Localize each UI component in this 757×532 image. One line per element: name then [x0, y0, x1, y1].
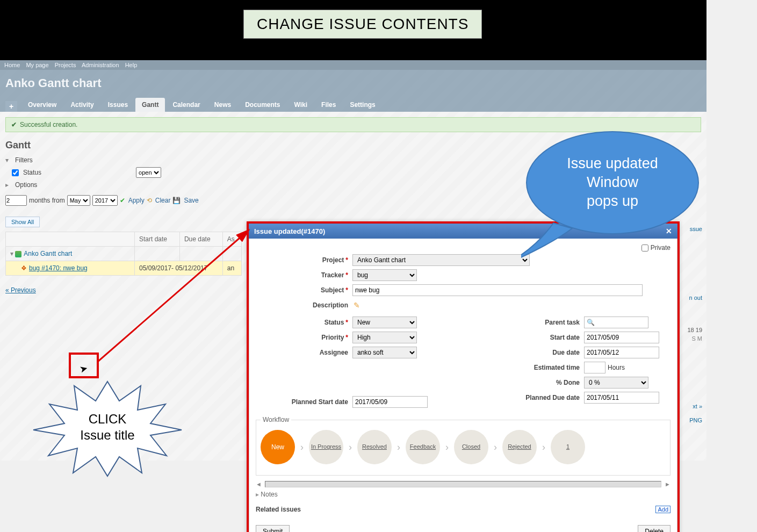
- workflow-step-new[interactable]: New: [261, 430, 295, 464]
- apply-link[interactable]: Apply: [128, 197, 145, 204]
- label-due: Due date: [552, 349, 580, 356]
- show-all-button[interactable]: Show All: [5, 217, 40, 227]
- label-priority: Priority: [321, 334, 344, 341]
- subject-input[interactable]: [352, 284, 643, 296]
- private-checkbox[interactable]: [641, 245, 648, 251]
- peek-png[interactable]: PNG: [689, 414, 702, 427]
- month-select[interactable]: May: [67, 195, 90, 206]
- tab-activity[interactable]: Activity: [64, 98, 100, 112]
- label-parent: Parent task: [545, 319, 580, 326]
- months-input[interactable]: [5, 195, 27, 206]
- col-assignee: As: [222, 232, 241, 247]
- workflow-step-inprogress[interactable]: In Progress: [309, 430, 343, 464]
- peek-zoom[interactable]: n out: [689, 291, 702, 304]
- tab-files[interactable]: Files: [315, 98, 342, 112]
- tab-overview[interactable]: Overview: [21, 98, 63, 112]
- scroll-track[interactable]: [265, 481, 661, 487]
- page-title: Gantt: [5, 140, 701, 151]
- done-select[interactable]: 0 %: [584, 377, 648, 389]
- expand-icon[interactable]: ▸: [5, 181, 9, 189]
- tab-issues[interactable]: Issues: [102, 98, 134, 112]
- workflow-legend: Workflow: [261, 416, 291, 423]
- year-select[interactable]: 2017: [92, 195, 118, 206]
- estimated-time-input[interactable]: [584, 362, 605, 373]
- planned-due-input[interactable]: [584, 392, 659, 404]
- nav-mypage[interactable]: My page: [26, 62, 48, 68]
- prev-link[interactable]: « Previous: [5, 286, 36, 294]
- label-project: Project: [322, 256, 344, 264]
- issue-dates: 05/09/2017- 05/12/2017: [135, 261, 223, 276]
- project-select[interactable]: Anko Gantt chart: [352, 254, 530, 266]
- notes-label[interactable]: Notes: [261, 491, 277, 498]
- project-icon: [15, 251, 21, 257]
- flash-text: Successful creation.: [20, 121, 77, 128]
- issue-assignee: an: [222, 261, 241, 276]
- tab-news[interactable]: News: [208, 98, 237, 112]
- clear-icon: ⟲: [147, 197, 152, 204]
- project-title: Anko Gantt chart: [5, 76, 701, 90]
- issue-title-link[interactable]: bug #1470: nwe bug: [29, 264, 88, 272]
- issue-row[interactable]: ❖bug #1470: nwe bug 05/09/2017- 05/12/20…: [6, 261, 242, 276]
- label-assignee: Assignee: [320, 349, 348, 356]
- label-est: Estimated time: [534, 364, 580, 371]
- nav-home[interactable]: Home: [4, 62, 20, 68]
- options-label: Options: [15, 181, 37, 189]
- top-nav: Home My page Projects Administration Hel…: [0, 60, 706, 70]
- delete-button[interactable]: Delete: [638, 525, 671, 532]
- chevron-right-icon: ›: [349, 442, 352, 453]
- project-name[interactable]: Anko Gantt chart: [24, 250, 72, 257]
- collapse-icon[interactable]: ▾: [5, 156, 9, 164]
- workflow-step-resolved[interactable]: Resolved: [357, 430, 392, 464]
- nav-projects[interactable]: Projects: [55, 62, 76, 68]
- start-date-input[interactable]: [584, 332, 659, 343]
- chevron-right-icon: ›: [397, 442, 400, 453]
- workflow-step-extra[interactable]: 1: [551, 430, 585, 464]
- chevron-right-icon: ›: [300, 442, 304, 453]
- add-related-link[interactable]: Add: [655, 506, 671, 513]
- main-tabs: + Overview Activity Issues Gantt Calenda…: [5, 98, 701, 112]
- add-tab-button[interactable]: +: [5, 101, 17, 112]
- peek-next[interactable]: xt »: [693, 400, 702, 413]
- bug-icon: ❖: [21, 264, 27, 272]
- tab-settings[interactable]: Settings: [343, 98, 381, 112]
- label-description: Description: [313, 301, 348, 309]
- tab-gantt[interactable]: Gantt: [135, 98, 165, 112]
- tab-wiki[interactable]: Wiki: [288, 98, 314, 112]
- edit-description-icon[interactable]: ✎: [354, 301, 360, 310]
- priority-select[interactable]: High: [352, 332, 417, 343]
- peek-new-issue[interactable]: ssue: [690, 222, 702, 235]
- annotation-banner: CHANGE ISSUE CONTENTS: [243, 10, 482, 39]
- status-select-modal[interactable]: New: [352, 317, 417, 328]
- status-checkbox[interactable]: [12, 169, 19, 176]
- due-date-input[interactable]: [584, 347, 659, 358]
- workflow-step-feedback[interactable]: Feedback: [406, 430, 440, 464]
- nav-admin[interactable]: Administration: [82, 62, 119, 68]
- minus-icon[interactable]: ▾: [10, 250, 13, 257]
- tab-documents[interactable]: Documents: [239, 98, 286, 112]
- tracker-select[interactable]: bug: [352, 269, 417, 281]
- tab-calendar[interactable]: Calendar: [166, 98, 206, 112]
- label-planned-start: Planned Start date: [292, 398, 348, 406]
- related-issues-label: Related issues: [256, 506, 301, 513]
- expand-icon[interactable]: ▸: [256, 491, 259, 498]
- clear-link[interactable]: Clear: [155, 197, 171, 204]
- issue-updated-modal: Issue updated(#1470) ✕ Private Project* …: [247, 221, 680, 532]
- assignee-select[interactable]: anko soft: [352, 347, 417, 358]
- submit-button[interactable]: Submit: [256, 525, 290, 532]
- close-icon[interactable]: ✕: [666, 227, 672, 235]
- workflow-step-closed[interactable]: Closed: [454, 430, 488, 464]
- nav-help[interactable]: Help: [125, 62, 138, 68]
- scroll-left-icon[interactable]: ◄: [256, 481, 262, 487]
- peek-cal-days: S M: [691, 332, 702, 345]
- gantt-table: Start date Due date As ▾ Anko Gantt char…: [5, 232, 242, 276]
- horizontal-scrollbar[interactable]: ◄ ►: [256, 481, 671, 487]
- status-select[interactable]: open: [136, 167, 161, 178]
- planned-start-input[interactable]: [352, 396, 428, 408]
- chevron-right-icon: ›: [445, 442, 449, 453]
- project-row[interactable]: ▾ Anko Gantt chart: [6, 247, 242, 261]
- workflow-step-rejected[interactable]: Rejected: [502, 430, 537, 464]
- save-link[interactable]: Save: [184, 197, 198, 204]
- filters-label: Filters: [15, 156, 33, 164]
- scroll-right-icon[interactable]: ►: [665, 481, 671, 487]
- parent-task-input[interactable]: [584, 317, 648, 328]
